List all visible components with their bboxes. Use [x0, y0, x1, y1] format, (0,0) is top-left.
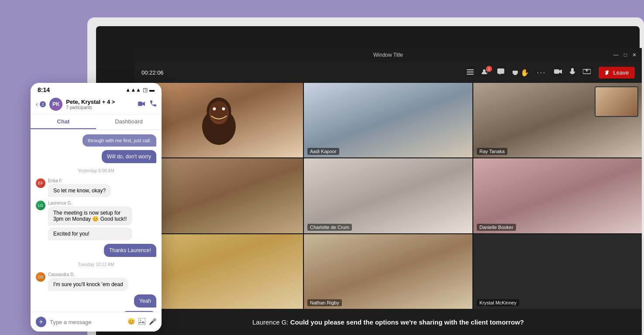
video-cell-3: Ray Tanaka: [473, 83, 642, 157]
caption-speaker: Laurence G:: [252, 318, 289, 326]
svg-point-11: [210, 101, 227, 121]
camera-icon[interactable]: [554, 68, 562, 76]
audio-icon[interactable]: 🎤: [149, 318, 156, 326]
participants-icon[interactable]: 2: [482, 68, 489, 76]
video-cell-9: Krystal McKinney: [473, 234, 642, 309]
participant-name-nathan: Nathan Rigby: [307, 299, 342, 306]
back-badge: 2: [40, 101, 46, 107]
participants-badge: 2: [486, 66, 492, 72]
status-icons: ▲▲▲ ◳ ▬: [125, 87, 155, 93]
phone-icon[interactable]: [150, 100, 156, 108]
video-cell-8: Nathan Rigby: [304, 234, 472, 309]
list-item: Tuesday 10:12 AM: [36, 262, 156, 267]
wifi-icon: ◳: [143, 87, 148, 93]
window-controls: — □ ✕: [613, 52, 637, 58]
chat-avatar: PK: [49, 98, 62, 111]
video-cell-6: Danielle Booker: [473, 158, 642, 233]
emoji-icon[interactable]: 😊: [127, 318, 135, 326]
battery-icon: ▬: [149, 87, 155, 93]
list-item: CD Cassandra D. I'm sure you'll knock 'e…: [36, 272, 128, 291]
mobile-chat-panel: 8:14 ▲▲▲ ◳ ▬ ‹ 2 PK Pete, Krystal + 4 > …: [31, 83, 162, 332]
message-input[interactable]: [50, 319, 124, 325]
list-item: Thanks Laurence!: [104, 244, 156, 257]
window-title: Window Title: [373, 52, 403, 58]
image-icon[interactable]: [138, 318, 145, 326]
input-icons: 😊 🎤: [127, 318, 156, 326]
chat-tabs: Chat Dashboard: [31, 115, 162, 130]
avatar: EF: [36, 178, 45, 188]
chat-header-name: Pete, Krystal + 4 >: [66, 99, 134, 105]
status-bar: 8:14 ▲▲▲ ◳ ▬: [31, 83, 162, 95]
participant-name-krystal: Krystal McKinney: [477, 299, 519, 306]
participant-name-danielle: Danielle Booker: [477, 224, 516, 231]
svg-rect-5: [554, 69, 559, 74]
minimize-button[interactable]: —: [613, 52, 619, 58]
caption-bar: Laurence G: Could you please send the op…: [134, 309, 642, 335]
leave-label: Leave: [613, 69, 629, 76]
signal-icon: ▲▲▲: [125, 87, 141, 93]
leave-button[interactable]: Leave: [599, 67, 635, 79]
caption-text: Laurence G: Could you please send the op…: [252, 318, 524, 326]
chat-header: ‹ 2 PK Pete, Krystal + 4 > 7 participant…: [31, 95, 162, 115]
video-call-icon[interactable]: [138, 100, 145, 108]
menu-icon[interactable]: [467, 68, 474, 76]
avatar: CD: [36, 272, 45, 282]
chat-header-info: Pete, Krystal + 4 > 7 participants: [66, 99, 134, 110]
title-bar: Window Title — □ ✕: [134, 48, 642, 62]
teams-window: Window Title — □ ✕ 00:22:06: [134, 48, 642, 335]
caption-content: Could you please send the options we're …: [290, 318, 524, 326]
tab-dashboard[interactable]: Dashboard: [96, 115, 162, 129]
svg-rect-0: [467, 69, 474, 70]
list-item: through with me first, just call.: [83, 134, 156, 147]
list-item: Yesterday 8:08 AM: [36, 168, 156, 173]
list-item: LG Laurence G. The meeting is now setup …: [36, 201, 132, 240]
messages-area[interactable]: through with me first, just call. Will d…: [31, 130, 162, 312]
participant-name-ray: Ray Tanaka: [477, 148, 507, 155]
back-icon[interactable]: ‹: [36, 100, 38, 108]
participant-name-aadi: Aadi Kapoor: [307, 148, 339, 155]
more-options-icon[interactable]: ···: [537, 68, 546, 77]
chat-header-actions: [138, 100, 156, 108]
meeting-toolbar: 00:22:06 2: [134, 62, 642, 83]
svg-point-12: [213, 107, 216, 110]
chat-header-participants: 7 participants: [66, 105, 134, 110]
video-cell-5: Charlotte de Crum: [304, 158, 472, 233]
video-cell-2: Aadi Kapoor: [304, 83, 472, 157]
list-item: Will do, don't worry: [102, 150, 156, 163]
toolbar-icons: 2 ✋ ···: [467, 67, 635, 79]
svg-point-13: [222, 107, 225, 110]
share-screen-icon[interactable]: [583, 68, 591, 76]
participant-name-charlotte: Charlotte de Crum: [307, 224, 352, 231]
tab-chat[interactable]: Chat: [31, 115, 96, 129]
microphone-icon[interactable]: [570, 68, 575, 77]
meeting-timer: 00:22:06: [141, 69, 164, 76]
svg-point-16: [140, 319, 141, 321]
svg-rect-15: [138, 318, 145, 325]
status-time: 8:14: [38, 86, 50, 93]
pip-video: [595, 86, 638, 117]
list-item: Yeah: [134, 294, 156, 308]
svg-rect-1: [467, 72, 474, 72]
video-grid: Aadi Kapoor Ray Tanaka Charlotte de Crum…: [134, 83, 642, 309]
chat-input-area: + 😊 🎤: [31, 312, 162, 332]
close-button[interactable]: ✕: [632, 52, 637, 58]
svg-rect-14: [138, 102, 142, 106]
add-attachment-button[interactable]: +: [36, 317, 46, 327]
hand-icon[interactable]: ✋: [512, 68, 529, 77]
avatar: LG: [36, 201, 45, 210]
chat-icon[interactable]: [497, 68, 504, 76]
svg-rect-2: [467, 74, 474, 75]
maximize-button[interactable]: □: [624, 52, 627, 58]
list-item: EF Erika F. So let me know, okay?: [36, 178, 111, 197]
